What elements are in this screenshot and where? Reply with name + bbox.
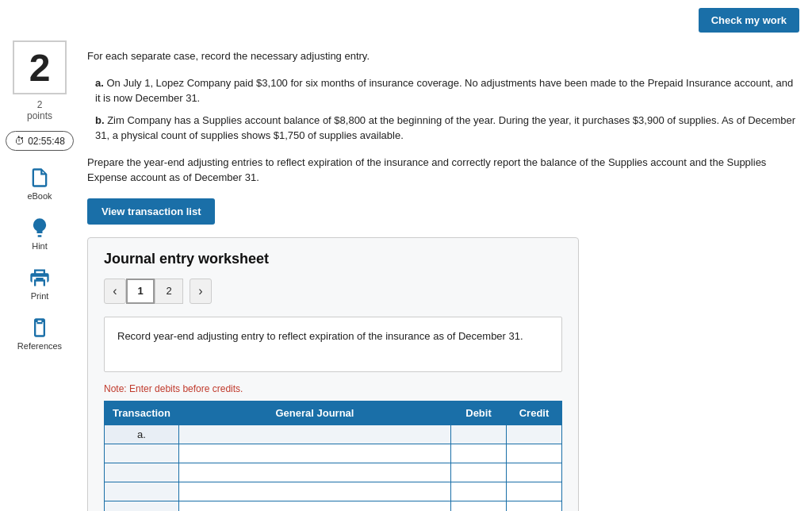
- question-number: 2: [29, 46, 51, 90]
- hint-label: Hint: [32, 241, 48, 251]
- table-row: [105, 444, 562, 463]
- debit-cell-4[interactable]: [451, 482, 507, 501]
- prev-page-button[interactable]: ‹: [104, 279, 126, 304]
- debit-input-4[interactable]: [456, 486, 501, 498]
- question-number-box: 2: [13, 40, 67, 94]
- hint-icon: [29, 217, 51, 239]
- debit-input-3[interactable]: [456, 467, 501, 478]
- timer-value: 02:55:48: [28, 136, 65, 147]
- print-icon: [29, 267, 51, 289]
- col-general-journal: General Journal: [178, 401, 450, 425]
- case-b-text: Zim Company has a Supplies account balan…: [95, 114, 795, 142]
- book-icon: [29, 167, 51, 189]
- timer-icon: ⏱: [14, 135, 25, 147]
- debit-cell-5[interactable]: [451, 501, 507, 511]
- entry-cell-2[interactable]: [178, 444, 450, 463]
- debit-input-1[interactable]: [456, 428, 501, 440]
- check-my-work-button[interactable]: Check my work: [699, 8, 799, 33]
- credit-input-5[interactable]: [511, 505, 557, 512]
- top-bar: Check my work: [0, 0, 812, 40]
- debit-input-2[interactable]: [456, 448, 501, 459]
- entry-input-1[interactable]: [184, 428, 446, 440]
- journal-table: Transaction General Journal Debit Credit…: [104, 401, 562, 512]
- credit-cell-4[interactable]: [507, 482, 562, 501]
- credit-input-2[interactable]: [511, 448, 557, 459]
- references-icon: [29, 317, 51, 339]
- debit-input-5[interactable]: [456, 505, 501, 512]
- sidebar: 2 2 points ⏱ 02:55:48 eBook Hint: [0, 40, 79, 367]
- entry-input-4[interactable]: [184, 486, 446, 498]
- pagination: ‹ 1 2 ›: [104, 279, 562, 304]
- main-layout: 2 2 points ⏱ 02:55:48 eBook Hint: [0, 40, 812, 511]
- transaction-cell-3: [105, 463, 179, 482]
- instructions-text: For each separate case, record the neces…: [87, 48, 799, 64]
- credit-cell-5[interactable]: [507, 501, 562, 511]
- table-row: [105, 463, 562, 482]
- entry-cell-3[interactable]: [178, 463, 450, 482]
- debit-cell-2[interactable]: [451, 444, 507, 463]
- journal-entry-worksheet: Journal entry worksheet ‹ 1 2 › Record y…: [87, 237, 579, 512]
- sidebar-item-hint[interactable]: Hint: [29, 217, 51, 251]
- page-1-button[interactable]: 1: [126, 279, 155, 304]
- credit-input-1[interactable]: [511, 428, 557, 440]
- debit-cell-3[interactable]: [451, 463, 507, 482]
- page-2-button[interactable]: 2: [155, 279, 183, 304]
- points-label: 2 points: [27, 99, 52, 121]
- debit-cell-1[interactable]: [451, 425, 507, 444]
- entry-input-3[interactable]: [184, 467, 446, 478]
- case-list: a. On July 1, Lopez Company paid $3,100 …: [87, 75, 799, 144]
- note-text: Note: Enter debits before credits.: [104, 383, 562, 394]
- references-label: References: [17, 341, 62, 351]
- transaction-cell-1: a.: [105, 425, 179, 444]
- credit-cell-2[interactable]: [507, 444, 562, 463]
- ebook-label: eBook: [27, 191, 52, 201]
- sidebar-item-references[interactable]: References: [17, 317, 62, 351]
- sidebar-item-print[interactable]: Print: [29, 267, 51, 301]
- entry-cell-1[interactable]: [178, 425, 450, 444]
- content-area: For each separate case, record the neces…: [79, 40, 812, 511]
- col-credit: Credit: [507, 401, 562, 425]
- entry-input-5[interactable]: [184, 505, 446, 512]
- prepare-text: Prepare the year-end adjusting entries t…: [87, 155, 799, 186]
- transaction-cell-2: [105, 444, 179, 463]
- transaction-cell-4: [105, 482, 179, 501]
- table-row: [105, 501, 562, 511]
- entry-input-2[interactable]: [184, 448, 446, 459]
- entry-cell-4[interactable]: [178, 482, 450, 501]
- sidebar-item-ebook[interactable]: eBook: [27, 167, 52, 201]
- case-b-label: b.: [95, 114, 107, 126]
- timer-badge: ⏱ 02:55:48: [6, 131, 74, 151]
- case-b: b. Zim Company has a Supplies account ba…: [95, 113, 799, 144]
- col-transaction: Transaction: [105, 401, 179, 425]
- table-row: [105, 482, 562, 501]
- credit-cell-1[interactable]: [507, 425, 562, 444]
- print-label: Print: [31, 291, 49, 301]
- col-debit: Debit: [451, 401, 507, 425]
- credit-input-4[interactable]: [511, 486, 557, 498]
- description-text: Record year-end adjusting entry to refle…: [117, 330, 523, 342]
- next-page-button[interactable]: ›: [190, 279, 212, 304]
- case-a: a. On July 1, Lopez Company paid $3,100 …: [95, 75, 799, 106]
- case-a-label: a.: [95, 77, 106, 89]
- description-box: Record year-end adjusting entry to refle…: [104, 317, 562, 372]
- worksheet-title: Journal entry worksheet: [104, 251, 562, 267]
- entry-cell-5[interactable]: [178, 501, 450, 511]
- table-row: a.: [105, 425, 562, 444]
- case-a-text: On July 1, Lopez Company paid $3,100 for…: [95, 77, 793, 105]
- credit-input-3[interactable]: [511, 467, 557, 478]
- view-transaction-button[interactable]: View transaction list: [87, 198, 215, 225]
- transaction-cell-5: [105, 501, 179, 511]
- credit-cell-3[interactable]: [507, 463, 562, 482]
